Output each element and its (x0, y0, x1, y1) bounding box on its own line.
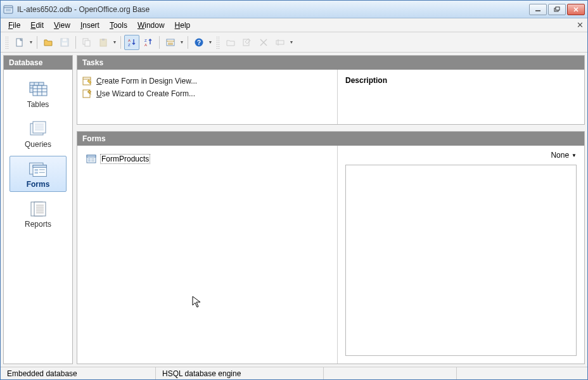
forms-body: FormProducts None ▼ (77, 146, 584, 364)
copy-button (79, 35, 94, 50)
task-label: Use Wizard to Create Form... (96, 89, 195, 98)
tasks-description-pane: Description (337, 70, 584, 124)
paste-dropdown[interactable]: ▼ (112, 40, 117, 44)
preview-mode-dropdown[interactable]: None ▼ (551, 151, 577, 160)
form-dropdown[interactable]: ▼ (179, 40, 184, 44)
queries-icon (28, 120, 48, 138)
form-button[interactable] (163, 35, 178, 50)
sidebar-header: Database (4, 56, 72, 70)
main-area: Tasks Create Form in Design View... Use … (77, 55, 585, 364)
svg-rect-67 (87, 155, 96, 157)
tasks-panel: Tasks Create Form in Design View... Use … (77, 55, 585, 125)
svg-rect-38 (33, 86, 47, 96)
svg-rect-68 (88, 158, 91, 160)
forms-list[interactable]: FormProducts (77, 146, 337, 364)
open-object-button (223, 35, 238, 50)
status-cell-4 (457, 367, 587, 379)
svg-text:Z: Z (144, 39, 147, 42)
sidebar-item-label: Tables (27, 100, 49, 109)
preview-box (345, 165, 577, 356)
forms-icon (28, 160, 48, 178)
svg-rect-17 (102, 39, 105, 41)
status-engine: HSQL database engine (156, 367, 324, 379)
menu-insert[interactable]: Insert (75, 20, 105, 31)
task-label: Create Form in Design View... (96, 77, 197, 86)
reports-icon (28, 200, 48, 218)
content-area: Database (1, 53, 587, 367)
save-button (57, 35, 72, 50)
svg-rect-44 (33, 122, 46, 133)
svg-rect-15 (85, 41, 90, 46)
form-icon (86, 154, 96, 164)
toolbar-separator (188, 36, 188, 49)
toolbar-separator (159, 36, 160, 49)
statusbar: Embedded database HSQL database engine (1, 367, 587, 379)
svg-rect-69 (88, 160, 91, 162)
svg-text:Z: Z (128, 43, 131, 47)
sort-desc-button[interactable]: ZA (141, 35, 156, 50)
new-dropdown[interactable]: ▼ (29, 40, 34, 44)
window-title: IL-ates6502.odb - OpenOffice.org Base (17, 5, 529, 14)
rename-object-button (272, 35, 288, 50)
toolbar-overflow[interactable]: ▼ (289, 40, 294, 44)
task-use-wizard[interactable]: Use Wizard to Create Form... (82, 89, 332, 99)
tasks-header: Tasks (77, 56, 584, 70)
sidebar-item-label: Queries (25, 140, 51, 149)
menu-edit[interactable]: Edit (25, 20, 49, 31)
status-cell-3 (324, 367, 457, 379)
sidebar-item-reports[interactable]: Reports (10, 196, 67, 232)
tables-icon (28, 80, 48, 98)
tasks-list: Create Form in Design View... Use Wizard… (77, 70, 337, 124)
sort-asc-button[interactable]: AZ (124, 35, 139, 50)
toolbar-separator (120, 36, 121, 49)
menu-file[interactable]: File (3, 20, 25, 31)
svg-rect-6 (556, 7, 559, 10)
sidebar-item-queries[interactable]: Queries (10, 116, 67, 152)
forms-panel: Forms (77, 131, 585, 364)
chevron-down-icon: ▼ (572, 153, 577, 158)
preview-mode-label: None (551, 151, 569, 160)
toolbar-separator (75, 36, 76, 49)
window-controls (529, 4, 585, 15)
svg-rect-51 (33, 165, 46, 168)
menubar: File Edit View Insert Tools Window Help … (1, 18, 587, 32)
close-button[interactable] (567, 4, 585, 15)
task-create-design-view[interactable]: Create Form in Design View... (82, 76, 332, 86)
database-sidebar: Database (3, 55, 73, 364)
svg-rect-53 (35, 172, 38, 174)
svg-text:?: ? (197, 39, 201, 46)
toolbar-grip[interactable] (216, 36, 220, 49)
svg-rect-12 (63, 39, 67, 41)
mdi-close-button[interactable]: ✕ (577, 20, 584, 30)
menu-view[interactable]: View (49, 20, 75, 31)
paste-button (96, 35, 111, 50)
app-icon (3, 4, 13, 15)
minimize-button[interactable] (529, 4, 547, 15)
svg-text:A: A (128, 39, 131, 42)
open-button[interactable] (41, 35, 56, 50)
svg-rect-52 (35, 169, 38, 171)
help-dropdown[interactable]: ▼ (208, 40, 213, 44)
help-button[interactable]: ? (191, 35, 207, 50)
design-view-icon (82, 76, 93, 86)
toolbar-separator (37, 36, 37, 49)
forms-preview-pane: None ▼ (337, 146, 584, 364)
form-item[interactable]: FormProducts (85, 153, 329, 165)
menu-tools[interactable]: Tools (105, 20, 132, 31)
maximize-button[interactable] (548, 4, 566, 15)
delete-object-button (256, 35, 271, 50)
menu-help[interactable]: Help (170, 20, 196, 31)
menu-window[interactable]: Window (132, 20, 170, 31)
toolbar-grip[interactable] (5, 36, 9, 49)
sidebar-item-forms[interactable]: Forms (10, 156, 67, 192)
svg-rect-13 (62, 42, 67, 46)
description-label: Description (345, 76, 577, 85)
window-titlebar: IL-ates6502.odb - OpenOffice.org Base (1, 1, 587, 18)
tasks-body: Create Form in Design View... Use Wizard… (77, 70, 584, 124)
svg-text:A: A (144, 43, 147, 47)
edit-object-button (240, 35, 255, 50)
form-item-label: FormProducts (100, 154, 150, 164)
sidebar-item-tables[interactable]: Tables (10, 76, 67, 112)
wizard-icon (82, 89, 93, 99)
new-button[interactable] (12, 35, 27, 50)
